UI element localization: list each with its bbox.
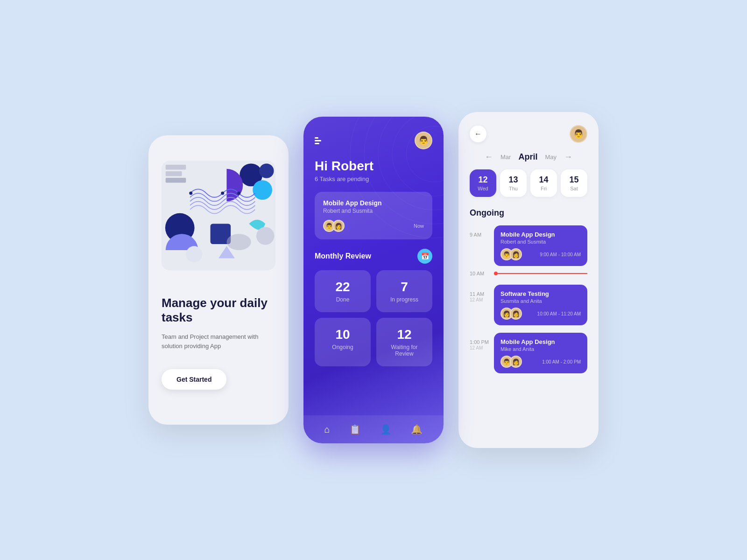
time-9am: 9 AM: [470, 225, 490, 238]
date-num-14: 14: [534, 175, 553, 185]
event-range-3: 1:00 AM - 2:00 PM: [542, 359, 581, 364]
menu-icon[interactable]: [315, 137, 321, 144]
timeline-row-2: 11 AM12 AM Software Testing Susmita and …: [470, 285, 587, 325]
calendar-icon-button[interactable]: 📅: [417, 249, 432, 264]
screens-container: Manage your daily tasks Team and Project…: [130, 84, 617, 476]
prev-month-arrow[interactable]: ←: [485, 152, 493, 162]
greeting-name: Hi Robert: [315, 159, 432, 174]
stat-waiting[interactable]: 12 Waiting for Review: [376, 318, 432, 366]
monthly-review-section: Monthly Review 📅 22 Done 7 In progress 1…: [315, 249, 432, 366]
featured-task-card[interactable]: Mobile App Design Robert and Susmita 👨 👩…: [315, 192, 432, 239]
screen3-calendar: ← 👨 ← Mar April May → 12 Wed 13 Thu 14 F…: [458, 112, 599, 448]
timeline-divider-10am: 10 AM: [470, 271, 587, 276]
date-chip-12[interactable]: 12 Wed: [470, 169, 496, 197]
time-10am: 10 AM: [470, 271, 490, 276]
stat-ongoing-label: Ongoing: [322, 344, 363, 350]
month-navigation: ← Mar April May →: [470, 152, 587, 162]
date-selector: 12 Wed 13 Thu 14 Fri 15 Sat: [470, 169, 587, 197]
event-sub-1: Robert and Susmita: [500, 239, 581, 245]
tasks-pending: 6 Tasks are pending: [315, 175, 432, 182]
screen1-manage-tasks: Manage your daily tasks Team and Project…: [148, 135, 289, 425]
date-chip-15[interactable]: 15 Sat: [561, 169, 587, 197]
event-mobile-app-design-2[interactable]: Mobile App Design Mike and Anita 👨 👩 1:0…: [494, 333, 587, 373]
event-avatars-1: 👨 👩: [500, 248, 522, 260]
event-avatars-2: 👩 👩: [500, 308, 522, 320]
event-sub-2: Susmita and Anita: [500, 298, 581, 304]
event-title-1: Mobile App Design: [500, 231, 581, 238]
date-num-12: 12: [473, 175, 493, 185]
time-11am: 11 AM12 AM: [470, 285, 490, 302]
event-sub-3: Mike and Anita: [500, 346, 581, 352]
svg-rect-3: [166, 178, 186, 182]
svg-rect-1: [166, 165, 186, 169]
task-title: Mobile App Design: [323, 199, 424, 207]
task-time: Now: [414, 223, 424, 229]
svg-rect-17: [186, 246, 202, 262]
svg-point-8: [221, 192, 224, 195]
event-avatar-1b: 👩: [510, 248, 522, 260]
monthly-review-title: Monthly Review: [315, 252, 371, 260]
date-day-15: Sat: [564, 186, 584, 191]
date-day-12: Wed: [473, 186, 493, 191]
screen1-subtitle: Team and Project management with solutio…: [162, 332, 275, 350]
event-software-testing[interactable]: Software Testing Susmita and Anita 👩 👩 1…: [494, 285, 587, 325]
ongoing-section-label: Ongoing: [470, 208, 587, 218]
date-chip-14[interactable]: 14 Fri: [530, 169, 557, 197]
get-started-button[interactable]: Get Started: [162, 369, 226, 390]
task-subtitle: Robert and Susmita: [323, 208, 424, 214]
stat-waiting-label: Waiting for Review: [384, 344, 425, 357]
user-avatar[interactable]: 👨: [415, 132, 432, 149]
event-title-3: Mobile App Design: [500, 338, 581, 345]
event-avatar-2b: 👩: [510, 308, 522, 320]
timeline: 9 AM Mobile App Design Robert and Susmit…: [470, 225, 587, 375]
user-avatar-3[interactable]: 👨: [570, 125, 587, 143]
stat-inprogress-number: 7: [384, 280, 425, 294]
svg-rect-2: [166, 171, 182, 176]
screen2-dashboard: 👨 Hi Robert 6 Tasks are pending Mobile A…: [303, 117, 444, 443]
svg-point-7: [189, 192, 192, 195]
nav-person-icon[interactable]: 👤: [380, 424, 392, 435]
stats-grid: 22 Done 7 In progress 10 Ongoing 12 Wait…: [315, 270, 432, 366]
avatar-2: 👩: [332, 220, 345, 232]
current-time-dot: [494, 272, 498, 275]
date-num-15: 15: [564, 175, 584, 185]
event-title-2: Software Testing: [500, 290, 581, 297]
stat-done-label: Done: [322, 296, 363, 303]
time-1pm: 1:00 PM12 AM: [470, 333, 490, 350]
date-num-13: 13: [504, 175, 523, 185]
screen3-header: ← 👨: [470, 125, 587, 143]
event-mobile-app-design-1[interactable]: Mobile App Design Robert and Susmita 👨 👩…: [494, 225, 587, 266]
next-month-label[interactable]: May: [545, 154, 557, 161]
stat-done-number: 22: [322, 280, 363, 294]
stat-waiting-number: 12: [384, 327, 425, 342]
svg-point-9: [237, 192, 240, 195]
svg-point-6: [253, 180, 272, 200]
stat-ongoing[interactable]: 10 Ongoing: [315, 318, 371, 366]
screen1-title: Manage your daily tasks: [162, 296, 275, 325]
event-avatar-3b: 👩: [510, 356, 522, 368]
nav-home-icon[interactable]: ⌂: [324, 424, 330, 435]
task-avatars: 👨 👩: [323, 220, 345, 232]
prev-month-label[interactable]: Mar: [500, 154, 511, 161]
event-range-1: 9:00 AM - 10:00 AM: [540, 252, 581, 257]
svg-point-13: [256, 227, 274, 245]
nav-folder-icon[interactable]: 📋: [349, 424, 361, 435]
back-button[interactable]: ←: [470, 126, 486, 142]
illustration: [162, 150, 275, 281]
event-avatars-3: 👨 👩: [500, 356, 522, 368]
timeline-row-1: 9 AM Mobile App Design Robert and Susmit…: [470, 225, 587, 266]
stat-ongoing-number: 10: [322, 327, 363, 342]
greeting-section: Hi Robert 6 Tasks are pending: [303, 149, 444, 182]
date-day-14: Fri: [534, 186, 553, 191]
date-chip-13[interactable]: 13 Thu: [500, 169, 527, 197]
stat-done[interactable]: 22 Done: [315, 270, 371, 312]
nav-bell-icon[interactable]: 🔔: [411, 424, 423, 435]
stat-inprogress[interactable]: 7 In progress: [376, 270, 432, 312]
svg-point-12: [226, 234, 251, 250]
current-time-line: [494, 273, 587, 274]
timeline-row-3: 1:00 PM12 AM Mobile App Design Mike and …: [470, 333, 587, 373]
event-range-2: 10:00 AM - 11:20 AM: [537, 311, 581, 316]
next-month-arrow[interactable]: →: [564, 152, 572, 162]
stat-inprogress-label: In progress: [384, 296, 425, 303]
svg-point-5: [259, 163, 274, 178]
